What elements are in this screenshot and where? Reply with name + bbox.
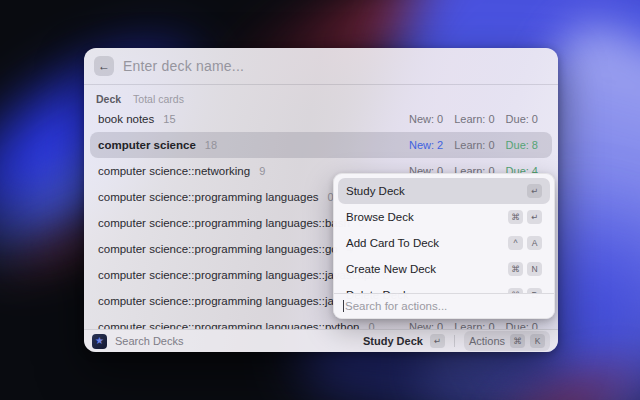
actions-label: Actions	[469, 335, 505, 347]
stat-learn: Learn: 0	[454, 321, 494, 329]
deck-name: computer science::programming languages:…	[98, 321, 359, 329]
list-header: Deck Total cards	[84, 85, 558, 108]
deck-name: computer science::programming languages:…	[98, 217, 350, 229]
action-label: Create New Deck	[346, 263, 436, 275]
anki-app-icon: ★	[92, 334, 107, 349]
deck-search-bar: ← Enter deck name...	[84, 48, 558, 85]
deck-name: computer science::programming languages:…	[98, 243, 338, 255]
deck-total-cards: 18	[205, 139, 217, 151]
footer-command-name: Search Decks	[115, 335, 183, 347]
star-icon: ★	[95, 336, 104, 346]
deck-name: computer science::networking	[98, 165, 250, 177]
key-hint: ⌘	[508, 262, 523, 276]
deck-stats: New: 2Learn: 0Due: 8	[409, 139, 538, 151]
text-cursor	[343, 300, 344, 312]
shortcut-keys: ⌘↵	[508, 210, 542, 224]
deck-total-cards: 0	[368, 321, 374, 329]
launcher-window: ← Enter deck name... Deck Total cards bo…	[84, 48, 558, 352]
action-menu-item[interactable]: Browse Deck⌘↵	[338, 204, 550, 230]
deck-row[interactable]: book notes15New: 0Learn: 0Due: 0	[90, 106, 552, 132]
stat-learn: Learn: 0	[454, 113, 494, 125]
key-hint: ⌘	[508, 210, 523, 224]
stat-due: Due: 0	[506, 113, 538, 125]
deck-name: book notes	[98, 113, 154, 125]
action-label: Browse Deck	[346, 211, 414, 223]
actions-button[interactable]: Actions ⌘ K	[464, 331, 550, 351]
return-key-hint: ↵	[430, 334, 445, 348]
action-label: Add Card To Deck	[346, 237, 439, 249]
stat-new: New: 2	[409, 139, 443, 151]
key-hint: ↵	[527, 184, 542, 198]
footer-divider	[454, 335, 455, 347]
deck-stats: New: 0Learn: 0Due: 0	[409, 113, 538, 125]
footer-primary-action[interactable]: Study Deck	[363, 335, 423, 347]
column-header-deck: Deck	[96, 93, 121, 105]
deck-search-input[interactable]: Enter deck name...	[123, 58, 548, 74]
shortcut-keys: ↵	[527, 184, 542, 198]
action-search-input[interactable]: Search for actions...	[345, 300, 447, 312]
key-hint: N	[527, 262, 542, 276]
stat-new: New: 0	[409, 321, 443, 329]
shortcut-keys: ^A	[508, 236, 542, 250]
action-menu-item[interactable]: Create New Deck⌘N	[338, 256, 550, 282]
stat-learn: Learn: 0	[454, 139, 494, 151]
deck-total-cards: 15	[163, 113, 175, 125]
status-bar: ★ Search Decks Study Deck ↵ Actions ⌘ K	[84, 329, 558, 352]
action-menu-popup: Study Deck↵Browse Deck⌘↵Add Card To Deck…	[333, 173, 555, 319]
deck-row[interactable]: computer science18New: 2Learn: 0Due: 8	[90, 132, 552, 158]
key-hint: A	[527, 236, 542, 250]
column-header-total-cards: Total cards	[133, 93, 184, 105]
key-hint: ↵	[527, 210, 542, 224]
shortcut-keys: ⌘N	[508, 262, 542, 276]
deck-name: computer science	[98, 139, 196, 151]
action-menu-item[interactable]: Study Deck↵	[338, 178, 550, 204]
action-menu-item[interactable]: Add Card To Deck^A	[338, 230, 550, 256]
action-menu-list: Study Deck↵Browse Deck⌘↵Add Card To Deck…	[338, 178, 550, 293]
action-label: Study Deck	[346, 185, 405, 197]
stat-new: New: 0	[409, 113, 443, 125]
deck-total-cards: 9	[259, 165, 265, 177]
key-hint: ^	[508, 236, 523, 250]
stat-due: Due: 8	[506, 139, 538, 151]
back-arrow-icon: ←	[98, 59, 110, 73]
cmd-key-hint: ⌘	[510, 334, 525, 348]
back-button[interactable]: ←	[94, 56, 114, 76]
action-search-bar[interactable]: Search for actions...	[334, 293, 554, 318]
deck-stats: New: 0Learn: 0Due: 0	[409, 321, 538, 329]
deck-name: computer science::programming languages	[98, 191, 319, 203]
k-key-hint: K	[530, 334, 545, 348]
stat-due: Due: 0	[506, 321, 538, 329]
